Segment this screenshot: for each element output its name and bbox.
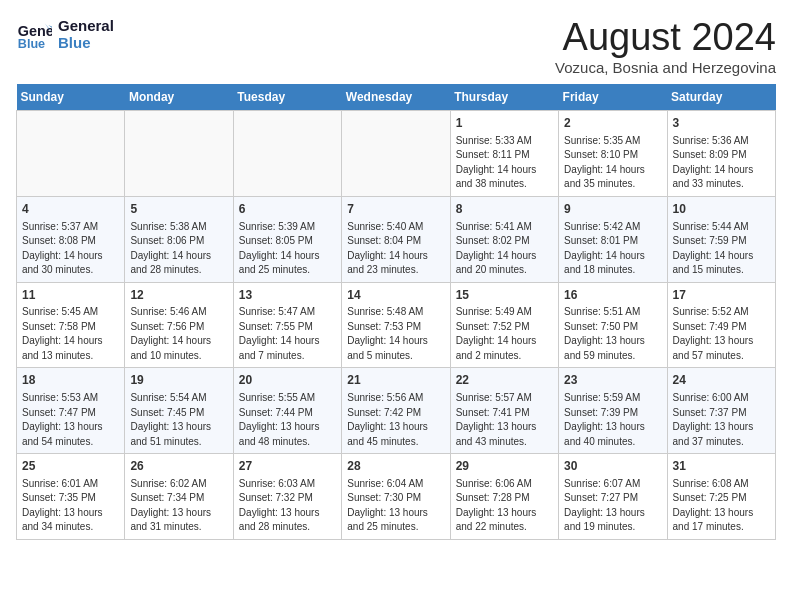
day-info: Sunrise: 5:52 AM Sunset: 7:49 PM Dayligh… xyxy=(673,305,770,363)
logo: General Blue General Blue xyxy=(16,16,114,52)
day-info: Sunrise: 5:45 AM Sunset: 7:58 PM Dayligh… xyxy=(22,305,119,363)
calendar-cell: 22Sunrise: 5:57 AM Sunset: 7:41 PM Dayli… xyxy=(450,368,558,454)
day-number: 10 xyxy=(673,201,770,218)
day-info: Sunrise: 5:53 AM Sunset: 7:47 PM Dayligh… xyxy=(22,391,119,449)
day-info: Sunrise: 5:54 AM Sunset: 7:45 PM Dayligh… xyxy=(130,391,227,449)
page-header: General Blue General Blue August 2024 Vo… xyxy=(16,16,776,76)
day-info: Sunrise: 5:59 AM Sunset: 7:39 PM Dayligh… xyxy=(564,391,661,449)
day-number: 11 xyxy=(22,287,119,304)
day-number: 12 xyxy=(130,287,227,304)
day-info: Sunrise: 5:39 AM Sunset: 8:05 PM Dayligh… xyxy=(239,220,336,278)
calendar-cell: 3Sunrise: 5:36 AM Sunset: 8:09 PM Daylig… xyxy=(667,111,775,197)
calendar-cell: 18Sunrise: 5:53 AM Sunset: 7:47 PM Dayli… xyxy=(17,368,125,454)
weekday-header-tuesday: Tuesday xyxy=(233,84,341,111)
logo-icon: General Blue xyxy=(16,16,52,52)
calendar-cell: 1Sunrise: 5:33 AM Sunset: 8:11 PM Daylig… xyxy=(450,111,558,197)
calendar-cell: 29Sunrise: 6:06 AM Sunset: 7:28 PM Dayli… xyxy=(450,454,558,540)
day-info: Sunrise: 6:00 AM Sunset: 7:37 PM Dayligh… xyxy=(673,391,770,449)
day-number: 25 xyxy=(22,458,119,475)
calendar-cell: 19Sunrise: 5:54 AM Sunset: 7:45 PM Dayli… xyxy=(125,368,233,454)
calendar-cell: 11Sunrise: 5:45 AM Sunset: 7:58 PM Dayli… xyxy=(17,282,125,368)
calendar-cell: 12Sunrise: 5:46 AM Sunset: 7:56 PM Dayli… xyxy=(125,282,233,368)
day-info: Sunrise: 5:48 AM Sunset: 7:53 PM Dayligh… xyxy=(347,305,444,363)
weekday-header-friday: Friday xyxy=(559,84,667,111)
calendar-cell: 15Sunrise: 5:49 AM Sunset: 7:52 PM Dayli… xyxy=(450,282,558,368)
day-info: Sunrise: 5:35 AM Sunset: 8:10 PM Dayligh… xyxy=(564,134,661,192)
calendar-cell: 17Sunrise: 5:52 AM Sunset: 7:49 PM Dayli… xyxy=(667,282,775,368)
svg-text:General: General xyxy=(18,23,52,39)
calendar-cell: 28Sunrise: 6:04 AM Sunset: 7:30 PM Dayli… xyxy=(342,454,450,540)
calendar-cell: 30Sunrise: 6:07 AM Sunset: 7:27 PM Dayli… xyxy=(559,454,667,540)
day-info: Sunrise: 6:03 AM Sunset: 7:32 PM Dayligh… xyxy=(239,477,336,535)
calendar-cell: 2Sunrise: 5:35 AM Sunset: 8:10 PM Daylig… xyxy=(559,111,667,197)
calendar-week-row: 4Sunrise: 5:37 AM Sunset: 8:08 PM Daylig… xyxy=(17,196,776,282)
day-number: 17 xyxy=(673,287,770,304)
day-number: 6 xyxy=(239,201,336,218)
day-info: Sunrise: 5:55 AM Sunset: 7:44 PM Dayligh… xyxy=(239,391,336,449)
day-number: 19 xyxy=(130,372,227,389)
day-info: Sunrise: 6:02 AM Sunset: 7:34 PM Dayligh… xyxy=(130,477,227,535)
calendar-cell: 14Sunrise: 5:48 AM Sunset: 7:53 PM Dayli… xyxy=(342,282,450,368)
logo-name-general: General xyxy=(58,17,114,34)
day-number: 15 xyxy=(456,287,553,304)
day-info: Sunrise: 5:51 AM Sunset: 7:50 PM Dayligh… xyxy=(564,305,661,363)
day-number: 31 xyxy=(673,458,770,475)
day-info: Sunrise: 6:08 AM Sunset: 7:25 PM Dayligh… xyxy=(673,477,770,535)
title-block: August 2024 Vozuca, Bosnia and Herzegovi… xyxy=(555,16,776,76)
day-info: Sunrise: 5:46 AM Sunset: 7:56 PM Dayligh… xyxy=(130,305,227,363)
calendar-cell: 9Sunrise: 5:42 AM Sunset: 8:01 PM Daylig… xyxy=(559,196,667,282)
day-info: Sunrise: 5:42 AM Sunset: 8:01 PM Dayligh… xyxy=(564,220,661,278)
calendar-cell: 13Sunrise: 5:47 AM Sunset: 7:55 PM Dayli… xyxy=(233,282,341,368)
day-number: 22 xyxy=(456,372,553,389)
calendar-cell: 8Sunrise: 5:41 AM Sunset: 8:02 PM Daylig… xyxy=(450,196,558,282)
calendar-cell: 21Sunrise: 5:56 AM Sunset: 7:42 PM Dayli… xyxy=(342,368,450,454)
day-info: Sunrise: 5:41 AM Sunset: 8:02 PM Dayligh… xyxy=(456,220,553,278)
day-info: Sunrise: 6:01 AM Sunset: 7:35 PM Dayligh… xyxy=(22,477,119,535)
weekday-header-sunday: Sunday xyxy=(17,84,125,111)
day-info: Sunrise: 5:44 AM Sunset: 7:59 PM Dayligh… xyxy=(673,220,770,278)
calendar-week-row: 1Sunrise: 5:33 AM Sunset: 8:11 PM Daylig… xyxy=(17,111,776,197)
calendar-cell xyxy=(125,111,233,197)
calendar-week-row: 18Sunrise: 5:53 AM Sunset: 7:47 PM Dayli… xyxy=(17,368,776,454)
day-number: 21 xyxy=(347,372,444,389)
day-info: Sunrise: 5:37 AM Sunset: 8:08 PM Dayligh… xyxy=(22,220,119,278)
day-number: 26 xyxy=(130,458,227,475)
calendar-cell xyxy=(342,111,450,197)
calendar-cell: 16Sunrise: 5:51 AM Sunset: 7:50 PM Dayli… xyxy=(559,282,667,368)
day-info: Sunrise: 5:47 AM Sunset: 7:55 PM Dayligh… xyxy=(239,305,336,363)
calendar-cell: 27Sunrise: 6:03 AM Sunset: 7:32 PM Dayli… xyxy=(233,454,341,540)
day-number: 4 xyxy=(22,201,119,218)
day-number: 24 xyxy=(673,372,770,389)
day-number: 5 xyxy=(130,201,227,218)
calendar-cell: 25Sunrise: 6:01 AM Sunset: 7:35 PM Dayli… xyxy=(17,454,125,540)
weekday-header-monday: Monday xyxy=(125,84,233,111)
day-number: 2 xyxy=(564,115,661,132)
day-number: 30 xyxy=(564,458,661,475)
calendar-week-row: 25Sunrise: 6:01 AM Sunset: 7:35 PM Dayli… xyxy=(17,454,776,540)
calendar-table: SundayMondayTuesdayWednesdayThursdayFrid… xyxy=(16,84,776,540)
calendar-cell: 20Sunrise: 5:55 AM Sunset: 7:44 PM Dayli… xyxy=(233,368,341,454)
day-number: 14 xyxy=(347,287,444,304)
svg-text:Blue: Blue xyxy=(18,37,45,51)
month-title: August 2024 xyxy=(555,16,776,59)
calendar-cell: 4Sunrise: 5:37 AM Sunset: 8:08 PM Daylig… xyxy=(17,196,125,282)
day-number: 23 xyxy=(564,372,661,389)
day-info: Sunrise: 6:04 AM Sunset: 7:30 PM Dayligh… xyxy=(347,477,444,535)
day-number: 9 xyxy=(564,201,661,218)
calendar-cell: 23Sunrise: 5:59 AM Sunset: 7:39 PM Dayli… xyxy=(559,368,667,454)
calendar-cell: 6Sunrise: 5:39 AM Sunset: 8:05 PM Daylig… xyxy=(233,196,341,282)
weekday-header-thursday: Thursday xyxy=(450,84,558,111)
logo-name-blue: Blue xyxy=(58,34,114,51)
day-number: 20 xyxy=(239,372,336,389)
calendar-cell: 5Sunrise: 5:38 AM Sunset: 8:06 PM Daylig… xyxy=(125,196,233,282)
day-number: 16 xyxy=(564,287,661,304)
day-number: 18 xyxy=(22,372,119,389)
day-info: Sunrise: 5:40 AM Sunset: 8:04 PM Dayligh… xyxy=(347,220,444,278)
day-number: 1 xyxy=(456,115,553,132)
calendar-cell: 7Sunrise: 5:40 AM Sunset: 8:04 PM Daylig… xyxy=(342,196,450,282)
day-info: Sunrise: 6:07 AM Sunset: 7:27 PM Dayligh… xyxy=(564,477,661,535)
weekday-header-saturday: Saturday xyxy=(667,84,775,111)
location: Vozuca, Bosnia and Herzegovina xyxy=(555,59,776,76)
weekday-header-row: SundayMondayTuesdayWednesdayThursdayFrid… xyxy=(17,84,776,111)
day-number: 28 xyxy=(347,458,444,475)
